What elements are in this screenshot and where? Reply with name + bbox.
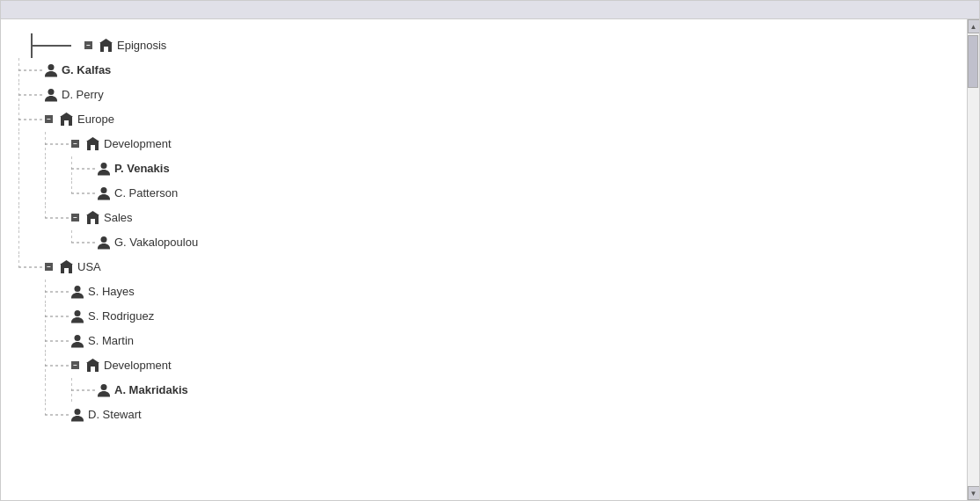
tree-row: − Epignosis	[18, 33, 949, 58]
svg-marker-45	[60, 260, 73, 265]
node-name: S. Hayes	[88, 281, 135, 301]
tree-row: D. Perry	[18, 83, 949, 107]
tree-row: − Development	[18, 353, 949, 378]
svg-point-64	[101, 384, 107, 390]
node-label: S. Rodriguez	[71, 306, 154, 326]
svg-rect-37	[91, 219, 95, 224]
org-chart-window: − Epignosis G. Kalfas D. Perry− Europe− …	[0, 0, 980, 501]
person-icon	[98, 186, 110, 200]
person-icon	[71, 334, 84, 348]
svg-marker-20	[86, 137, 99, 142]
svg-rect-21	[91, 145, 95, 150]
person-icon	[98, 383, 110, 397]
tree-row: G. Vakalopoulou	[18, 230, 949, 255]
scrollbar-up-button[interactable]: ▲	[968, 19, 980, 33]
node-name: Sales	[104, 207, 133, 228]
scrollbar[interactable]: ▲ ▼	[967, 19, 979, 500]
node-name: G. Kalfas	[62, 60, 111, 80]
svg-marker-36	[86, 211, 99, 215]
node-label: D. Stewart	[71, 404, 142, 425]
person-icon	[45, 88, 57, 102]
person-icon	[71, 309, 84, 323]
node-name: C. Patterson	[114, 183, 178, 203]
svg-rect-60	[91, 367, 95, 372]
svg-point-41	[101, 236, 107, 243]
node-name: G. Vakalopoulou	[114, 232, 198, 252]
person-icon	[98, 162, 110, 176]
node-label: − Europe	[45, 109, 114, 129]
svg-point-49	[75, 286, 81, 292]
svg-point-31	[101, 187, 107, 193]
building-icon	[86, 211, 99, 225]
title-bar	[1, 1, 979, 19]
node-name: USA	[77, 257, 101, 277]
person-icon	[71, 285, 84, 299]
content-area: − Epignosis G. Kalfas D. Perry− Europe− …	[1, 19, 979, 500]
svg-marker-14	[60, 113, 73, 117]
node-label: S. Hayes	[71, 281, 135, 301]
building-icon	[99, 39, 113, 53]
node-label: P. Venakis	[98, 158, 170, 178]
person-icon	[45, 63, 57, 77]
org-tree: − Epignosis G. Kalfas D. Perry− Europe− …	[18, 33, 949, 427]
building-icon	[60, 260, 73, 274]
building-icon	[60, 113, 73, 127]
tree-row: G. Kalfas	[18, 58, 949, 83]
node-label: G. Kalfas	[45, 60, 111, 80]
scrollbar-thumb[interactable]	[968, 35, 978, 88]
node-name: Europe	[77, 109, 114, 129]
tree-row: − Europe	[18, 107, 949, 132]
svg-point-67	[75, 409, 81, 415]
tree-row: A. Makridakis	[18, 378, 949, 403]
tree-row: − Development	[18, 132, 949, 156]
svg-point-26	[101, 163, 107, 169]
tree-row: D. Stewart	[18, 403, 949, 427]
svg-rect-15	[64, 120, 69, 126]
node-label: A. Makridakis	[98, 380, 188, 400]
building-icon	[86, 137, 99, 151]
person-icon	[98, 236, 110, 250]
person-icon	[71, 408, 84, 422]
svg-point-7	[48, 64, 55, 70]
node-name: Epignosis	[117, 35, 166, 55]
tree-row: S. Hayes	[18, 280, 949, 304]
svg-point-52	[75, 310, 81, 316]
node-label: − Epignosis	[84, 35, 166, 55]
scrollbar-down-button[interactable]: ▼	[968, 486, 980, 500]
node-label: − Development	[71, 134, 172, 154]
node-name: D. Stewart	[88, 404, 142, 425]
node-name: D. Perry	[62, 84, 104, 105]
tree-row: C. Patterson	[18, 181, 949, 206]
node-name: Development	[104, 134, 172, 154]
tree-row: S. Rodriguez	[18, 304, 949, 329]
node-label: − Sales	[71, 207, 133, 228]
svg-marker-59	[86, 359, 99, 363]
node-name: P. Venakis	[114, 158, 170, 178]
svg-point-55	[75, 335, 81, 341]
node-name: A. Makridakis	[114, 380, 188, 400]
tree-container: − Epignosis G. Kalfas D. Perry− Europe− …	[1, 19, 967, 500]
svg-rect-4	[104, 47, 108, 52]
node-label: G. Vakalopoulou	[98, 232, 198, 252]
tree-row: S. Martin	[18, 329, 949, 353]
svg-point-10	[48, 89, 55, 95]
node-label: D. Perry	[45, 84, 104, 105]
scrollbar-track[interactable]	[968, 33, 979, 486]
node-name: S. Martin	[88, 330, 134, 351]
node-label: − USA	[45, 257, 101, 277]
tree-row: − USA	[18, 255, 949, 280]
node-label: S. Martin	[71, 330, 134, 351]
svg-rect-46	[64, 268, 69, 273]
building-icon	[86, 359, 99, 373]
node-label: C. Patterson	[98, 183, 178, 203]
node-name: S. Rodriguez	[88, 306, 154, 326]
node-name: Development	[104, 355, 172, 375]
node-label: − Development	[71, 355, 172, 375]
tree-row: P. Venakis	[18, 156, 949, 181]
svg-marker-3	[99, 39, 113, 43]
tree-row: − Sales	[18, 206, 949, 230]
